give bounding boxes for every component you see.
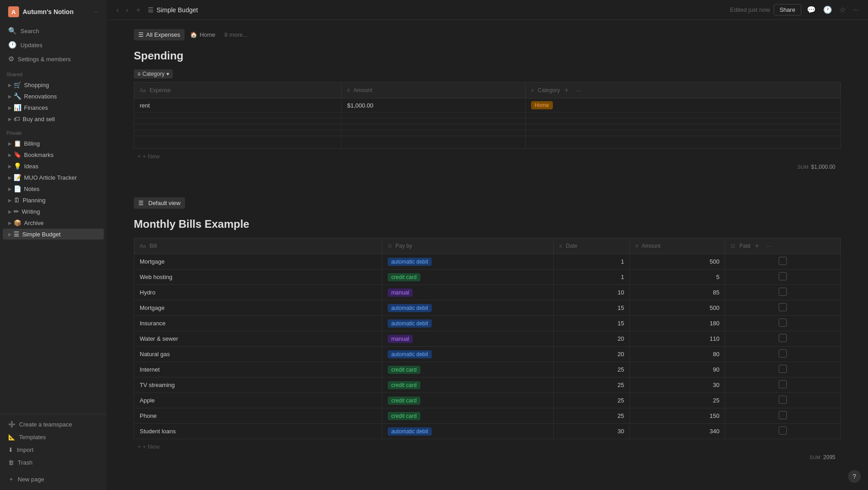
col-expense: Aa Expense — [134, 83, 341, 98]
shared-items: ▶ 🛒 Shopping ▶ 🔧 Renovations ▶ 📊 Finance… — [0, 79, 107, 125]
bill-cell[interactable]: Mortgage — [134, 300, 382, 316]
sidebar-item-simple-budget[interactable]: ▶ ☰ Simple Budget — [3, 229, 104, 240]
expense-cell[interactable] — [134, 113, 341, 118]
amount-cell — [341, 136, 525, 149]
bill-cell[interactable]: Insurance — [134, 316, 382, 331]
paid-cell[interactable] — [725, 362, 841, 377]
paid-cell[interactable] — [725, 270, 841, 285]
paid-cell[interactable] — [725, 408, 841, 424]
paid-checkbox[interactable] — [779, 257, 787, 265]
sidebar-item-ideas[interactable]: ▶ 💡 Ideas — [3, 161, 104, 172]
forward-button[interactable]: › — [123, 5, 131, 15]
paid-cell[interactable] — [725, 300, 841, 316]
tab-all-expenses[interactable]: ☰ All Expenses — [134, 29, 185, 40]
sidebar-item-buy-sell[interactable]: ▶ 🏷 Buy and sell — [3, 113, 104, 124]
main-area: ‹ › ＋ ☰ Simple Budget Edited just now Sh… — [107, 0, 868, 490]
expense-cell[interactable] — [134, 130, 341, 136]
sidebar-item-create-teamspace[interactable]: ➕ Create a teamspace — [3, 418, 104, 431]
more-icon-button[interactable]: ··· — [851, 4, 861, 16]
bill-cell[interactable]: Apple — [134, 393, 382, 408]
bill-cell[interactable]: Hydro — [134, 285, 382, 300]
paid-checkbox[interactable] — [779, 334, 787, 342]
tab-label: Home — [200, 31, 215, 38]
shopping-icon: 🛒 — [14, 81, 21, 88]
expense-cell[interactable] — [134, 136, 341, 149]
workspace-header[interactable]: A Autumn's Notion ··· — [3, 2, 104, 22]
sidebar-item-trash[interactable]: 🗑 Trash — [3, 456, 104, 469]
paid-cell[interactable] — [725, 347, 841, 362]
amount-cell: 85 — [630, 285, 725, 300]
paid-checkbox[interactable] — [779, 365, 787, 373]
more-tabs-button[interactable]: 8 more... — [221, 29, 251, 40]
pay-by-tag: automatic debit — [388, 427, 432, 436]
comments-icon-button[interactable]: 💬 — [805, 4, 818, 16]
bill-cell[interactable]: Water & sewer — [134, 331, 382, 347]
expense-cell[interactable]: rent — [134, 98, 341, 113]
bill-cell[interactable]: Internet — [134, 362, 382, 377]
paid-cell[interactable] — [725, 331, 841, 347]
add-column-button[interactable]: + — [752, 241, 762, 251]
paid-checkbox[interactable] — [779, 380, 787, 388]
bill-cell[interactable]: Student loans — [134, 424, 382, 439]
paid-checkbox[interactable] — [779, 426, 787, 435]
tab-default-view[interactable]: ☰ Default view — [134, 197, 185, 209]
paid-cell[interactable] — [725, 316, 841, 331]
bill-cell[interactable]: TV streaming — [134, 377, 382, 393]
history-icon-button[interactable]: 🕐 — [821, 4, 834, 16]
paid-cell[interactable] — [725, 393, 841, 408]
star-icon-button[interactable]: ☆ — [838, 4, 848, 16]
sidebar-item-billing[interactable]: ▶ 📋 Billing — [3, 138, 104, 149]
sidebar: A Autumn's Notion ··· 🔍 Search 🕐 Updates… — [0, 0, 107, 490]
paid-checkbox[interactable] — [779, 349, 787, 358]
sidebar-item-import[interactable]: ⬇ Import — [3, 444, 104, 456]
sidebar-item-archive[interactable]: ▶ 📦 Archive — [3, 217, 104, 228]
sidebar-item-muo-tracker[interactable]: ▶ 📝 MUO Article Tracker — [3, 172, 104, 183]
sidebar-item-finances[interactable]: ▶ 📊 Finances — [3, 102, 104, 113]
paid-checkbox[interactable] — [779, 303, 787, 311]
sidebar-item-search[interactable]: 🔍 Search — [3, 24, 104, 38]
sidebar-item-planning[interactable]: ▶ 🗓 Planning — [3, 195, 104, 206]
import-icon: ⬇ — [8, 446, 13, 453]
bill-cell[interactable]: Web hosting — [134, 270, 382, 285]
paid-cell[interactable] — [725, 254, 841, 270]
pay-by-cell: credit card — [382, 408, 553, 424]
spending-add-row-button[interactable]: + + New — [134, 151, 841, 162]
sidebar-item-settings[interactable]: ⚙ Settings & members — [3, 52, 104, 66]
bill-cell[interactable]: Phone — [134, 408, 382, 424]
paid-checkbox[interactable] — [779, 272, 787, 280]
bill-cell[interactable]: Mortgage — [134, 254, 382, 270]
sidebar-item-writing[interactable]: ▶ ✏ Writing — [3, 206, 104, 217]
paid-checkbox[interactable] — [779, 396, 787, 404]
paid-checkbox[interactable] — [779, 288, 787, 296]
sidebar-item-renovations[interactable]: ▶ 🔧 Renovations — [3, 91, 104, 102]
add-column-button[interactable]: + — [562, 85, 571, 95]
sidebar-item-updates[interactable]: 🕐 Updates — [3, 38, 104, 52]
bill-cell[interactable]: Natural gas — [134, 347, 382, 362]
help-button[interactable]: ? — [848, 470, 861, 483]
column-more-button[interactable]: ··· — [764, 241, 775, 250]
bills-add-row-button[interactable]: + + New — [134, 441, 841, 452]
paid-checkbox[interactable] — [779, 318, 787, 327]
paid-cell[interactable] — [725, 285, 841, 300]
paid-cell[interactable] — [725, 377, 841, 393]
sidebar-item-bookmarks[interactable]: ▶ 🔖 Bookmarks — [3, 149, 104, 160]
sidebar-item-templates[interactable]: 📐 Templates — [3, 431, 104, 443]
share-button[interactable]: Share — [774, 4, 801, 15]
paid-cell[interactable] — [725, 424, 841, 439]
table-row — [134, 113, 841, 118]
sidebar-item-shopping[interactable]: ▶ 🛒 Shopping — [3, 79, 104, 90]
category-filter-button[interactable]: ≡ Category ▾ — [134, 69, 173, 78]
new-page-button[interactable]: ＋ New page — [3, 472, 104, 486]
help-icon: ? — [853, 473, 856, 480]
expense-cell[interactable] — [134, 118, 341, 124]
tab-home[interactable]: 🏠 Home — [185, 29, 220, 40]
monthly-bills-section: ☰ Default view Monthly Bills Example Aa … — [134, 197, 841, 462]
column-more-button[interactable]: ··· — [573, 86, 584, 95]
new-tab-button[interactable]: ＋ — [132, 4, 144, 16]
chevron-icon: ▶ — [8, 83, 12, 88]
paid-checkbox[interactable] — [779, 411, 787, 419]
back-button[interactable]: ‹ — [114, 5, 122, 15]
expense-cell[interactable] — [134, 124, 341, 130]
sidebar-item-notes[interactable]: ▶ 📄 Notes — [3, 183, 104, 194]
pay-by-tag: automatic debit — [388, 319, 432, 328]
